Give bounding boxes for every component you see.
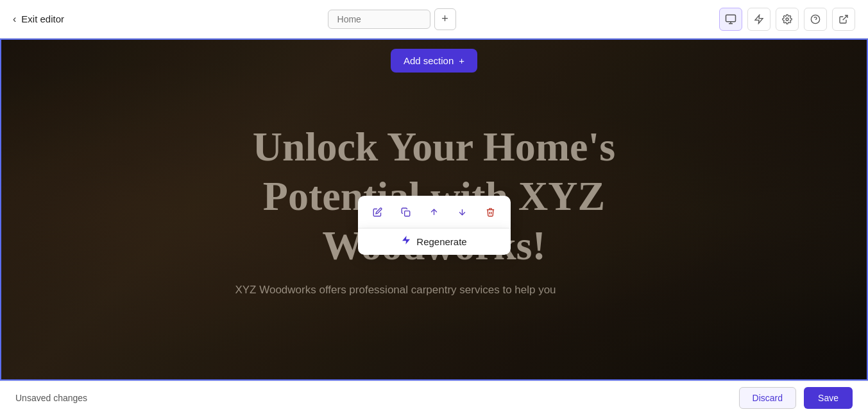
editor-area: Unlock Your Home's Potential with XYZ Wo… [0,39,868,381]
gear-icon [782,14,792,24]
exit-label: Exit editor [21,13,64,24]
desktop-view-button[interactable] [719,8,742,31]
add-section-button[interactable]: Add section + [391,49,477,73]
add-section-plus: + [459,55,464,66]
trash-icon [486,207,495,217]
arrow-up-icon [429,207,439,217]
move-up-button[interactable] [425,202,444,221]
toolbar-icon-row [358,196,511,229]
svg-line-7 [843,15,847,20]
page-name-input[interactable] [328,10,430,29]
svg-marker-3 [755,15,763,23]
add-page-button[interactable]: + [434,8,456,30]
unsaved-changes-label: Unsaved changes [15,393,87,403]
desktop-icon [725,13,736,25]
delete-button[interactable] [481,202,500,221]
edit-button[interactable] [368,202,387,221]
regenerate-lightning-icon [401,235,411,248]
settings-button[interactable] [776,8,799,31]
exit-editor-button[interactable]: ‹ Exit editor [13,13,64,25]
lightning-button[interactable] [747,8,770,31]
add-section-label: Add section [404,55,454,66]
help-icon [810,14,821,24]
bottom-bar: Unsaved changes Discard Save [0,381,868,414]
regenerate-button[interactable]: Regenerate [358,229,511,255]
pencil-icon [373,207,382,217]
floating-toolbar: Regenerate [358,196,511,255]
svg-point-4 [786,18,788,21]
external-link-button[interactable] [832,8,855,31]
move-down-button[interactable] [453,202,472,221]
svg-marker-11 [402,236,410,245]
navbar: ‹ Exit editor + [0,0,868,39]
external-link-icon [838,14,849,24]
help-button[interactable] [804,8,827,31]
lightning-fill-icon [401,235,411,245]
copy-icon [401,207,411,217]
save-button[interactable]: Save [804,387,853,409]
toolbar-icons [719,8,855,31]
discard-button[interactable]: Discard [739,387,796,409]
arrow-down-icon [457,207,467,217]
hero-subtitle: XYZ Woodworks offers professional carpen… [203,284,588,297]
bottom-actions: Discard Save [739,387,853,409]
back-icon: ‹ [13,13,16,25]
add-section-bar: Add section + [0,39,868,73]
page-name-area: + [328,8,456,30]
svg-rect-0 [726,15,736,22]
svg-rect-8 [405,211,410,216]
regenerate-label: Regenerate [416,236,466,247]
duplicate-button[interactable] [396,202,416,221]
lightning-icon [754,14,764,24]
